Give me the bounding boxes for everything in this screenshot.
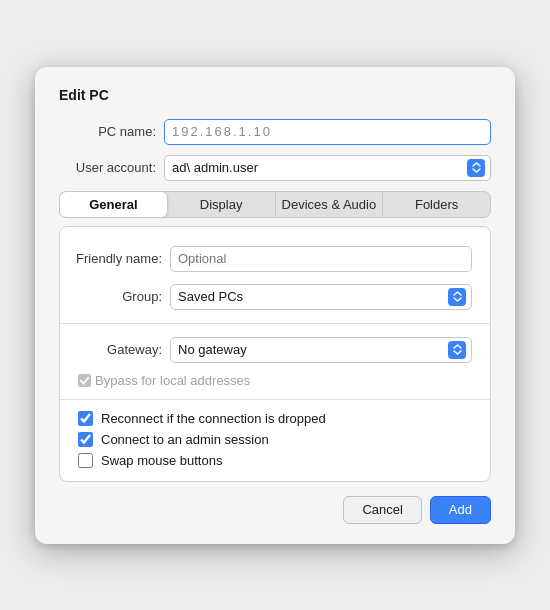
pc-name-input[interactable] [164,119,491,145]
tab-devices-audio[interactable]: Devices & Audio [276,192,384,217]
group-label: Group: [60,289,170,304]
admin-session-row: Connect to an admin session [60,429,490,450]
tab-general[interactable]: General [60,192,168,217]
friendly-name-row: Friendly name: [60,241,490,277]
friendly-name-label: Friendly name: [60,251,170,266]
gateway-label: Gateway: [60,342,170,357]
bypass-label: Bypass for local addresses [95,373,250,388]
edit-pc-dialog: Edit PC PC name: User account: ad\ admin… [35,67,515,544]
bypass-row: Bypass for local addresses [60,370,490,391]
pc-name-row: PC name: [59,119,491,145]
gateway-row: Gateway: No gateway [60,332,490,368]
general-panel: Friendly name: Group: Saved PCs Gat [59,226,491,482]
save-button[interactable]: Add [430,496,491,524]
divider-2 [60,399,490,400]
tab-folders[interactable]: Folders [383,192,490,217]
group-row: Group: Saved PCs [60,279,490,315]
swap-mouse-label: Swap mouse buttons [101,453,222,468]
user-account-select-wrap: ad\ admin.user [164,155,491,181]
swap-mouse-row: Swap mouse buttons [60,450,490,471]
user-account-select[interactable]: ad\ admin.user [164,155,491,181]
admin-session-checkbox[interactable] [78,432,93,447]
cancel-button[interactable]: Cancel [343,496,421,524]
reconnect-checkbox[interactable] [78,411,93,426]
reconnect-label: Reconnect if the connection is dropped [101,411,326,426]
user-account-row: User account: ad\ admin.user [59,155,491,181]
gateway-select[interactable]: No gateway [170,337,472,363]
tab-display[interactable]: Display [168,192,276,217]
admin-session-label: Connect to an admin session [101,432,269,447]
divider-1 [60,323,490,324]
reconnect-row: Reconnect if the connection is dropped [60,408,490,429]
dialog-title: Edit PC [59,87,491,103]
svg-rect-0 [78,374,91,387]
gateway-select-wrap: No gateway [170,337,472,363]
pc-name-label: PC name: [59,124,164,139]
user-account-label: User account: [59,160,164,175]
tab-bar: General Display Devices & Audio Folders [59,191,491,218]
bypass-checkmark-icon [78,374,91,387]
dialog-footer: Cancel Add [59,496,491,524]
friendly-name-input[interactable] [170,246,472,272]
group-select-wrap: Saved PCs [170,284,472,310]
group-select[interactable]: Saved PCs [170,284,472,310]
swap-mouse-checkbox[interactable] [78,453,93,468]
